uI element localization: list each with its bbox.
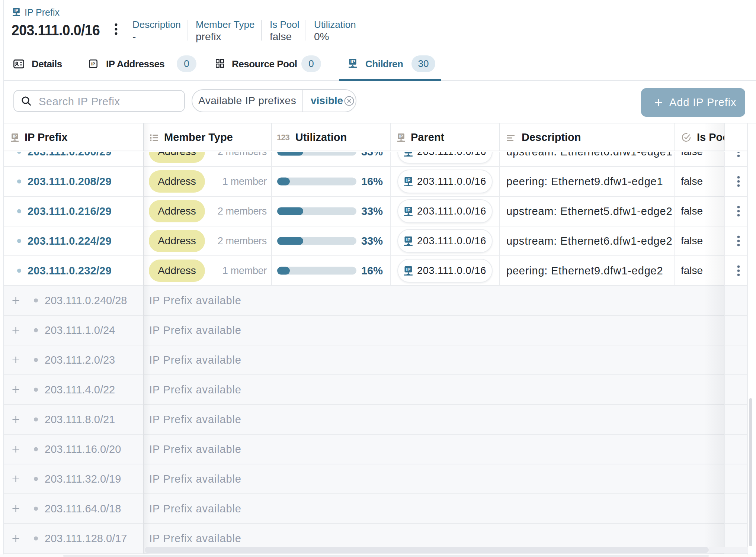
svg-text:IP: IP	[13, 134, 17, 138]
svg-text:IP: IP	[406, 207, 411, 212]
svg-text:IP: IP	[406, 152, 411, 153]
svg-text:IP: IP	[406, 177, 411, 183]
svg-text:IP: IP	[406, 267, 411, 272]
svg-text:IP: IP	[399, 134, 403, 138]
svg-text:IP: IP	[350, 59, 355, 64]
svg-text:IP: IP	[15, 8, 19, 13]
svg-text:IP: IP	[91, 62, 95, 66]
svg-text:IP: IP	[406, 237, 411, 242]
